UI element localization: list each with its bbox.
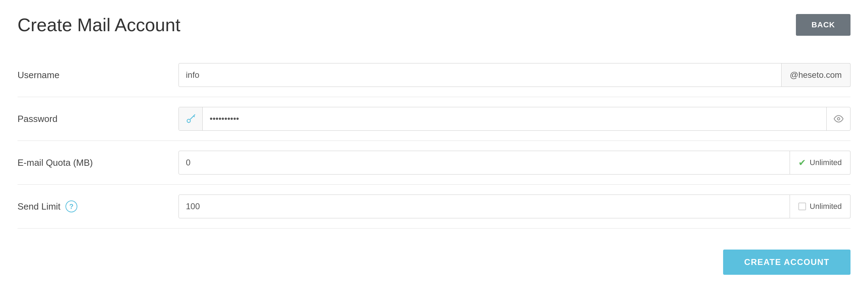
send-limit-checkbox-icon <box>798 203 806 210</box>
footer: CREATE ACCOUNT <box>18 250 850 275</box>
quota-label: E-mail Quota (MB) <box>18 157 178 168</box>
page-header: Create Mail Account BACK <box>18 14 850 36</box>
quota-row: E-mail Quota (MB) ✔ Unlimited <box>18 141 850 185</box>
svg-line-2 <box>194 116 194 117</box>
send-limit-row: Send Limit ? Unlimited <box>18 185 850 229</box>
send-limit-unlimited-button[interactable]: Unlimited <box>790 195 850 218</box>
username-input[interactable] <box>178 63 782 87</box>
send-limit-label: Send Limit ? <box>18 200 178 212</box>
generate-password-button[interactable] <box>179 107 203 131</box>
username-field-group: @heseto.com <box>178 63 850 87</box>
send-limit-unlimited-label: Unlimited <box>810 202 842 211</box>
password-label: Password <box>18 114 178 124</box>
quota-unlimited-button[interactable]: ✔ Unlimited <box>790 151 850 175</box>
username-label: Username <box>18 70 178 81</box>
create-account-button[interactable]: CREATE ACCOUNT <box>723 250 850 275</box>
password-input[interactable] <box>203 107 826 130</box>
svg-point-3 <box>837 118 840 120</box>
quota-field-group: ✔ Unlimited <box>178 151 850 175</box>
back-button[interactable]: BACK <box>796 14 850 36</box>
toggle-password-button[interactable] <box>826 107 850 131</box>
password-wrap <box>178 107 850 131</box>
send-limit-field-group: Unlimited <box>178 195 850 218</box>
form-container: Username @heseto.com Password <box>18 53 850 229</box>
quota-check-icon: ✔ <box>798 157 806 168</box>
svg-point-0 <box>187 119 190 122</box>
key-icon <box>186 114 196 124</box>
send-limit-help-icon[interactable]: ? <box>65 200 77 212</box>
domain-suffix: @heseto.com <box>782 63 850 87</box>
password-row: Password <box>18 97 850 141</box>
quota-unlimited-label: Unlimited <box>810 158 842 167</box>
send-limit-input[interactable] <box>178 195 790 218</box>
password-field-group <box>178 107 850 131</box>
quota-input[interactable] <box>178 151 790 175</box>
username-row: Username @heseto.com <box>18 53 850 97</box>
page-title: Create Mail Account <box>18 14 180 35</box>
eye-icon <box>834 114 844 124</box>
